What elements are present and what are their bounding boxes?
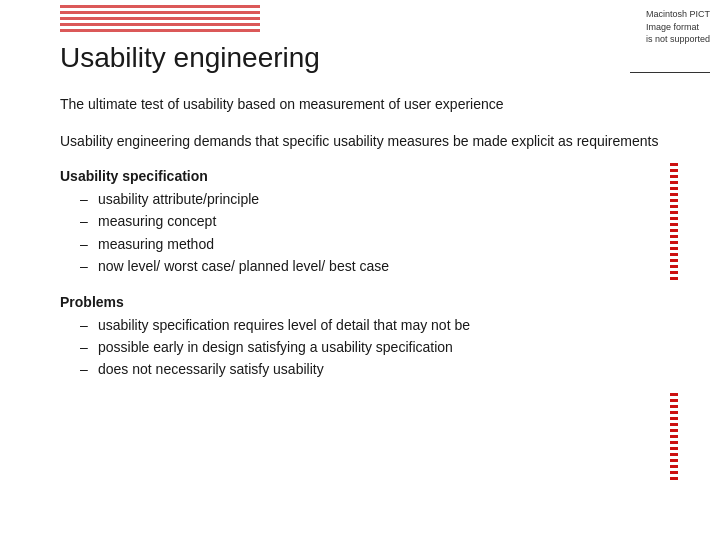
top-banner xyxy=(0,0,720,32)
specification-list: usability attribute/principle measuring … xyxy=(60,188,665,278)
problems-heading: Problems xyxy=(60,294,665,310)
list-item: now level/ worst case/ planned level/ be… xyxy=(80,255,665,277)
demands-text: Usability engineering demands that speci… xyxy=(60,131,665,152)
list-item: does not necessarily satisfy usability xyxy=(80,358,665,380)
banner-stripes xyxy=(60,4,260,32)
right-bracket-2 xyxy=(670,390,678,480)
list-item: usability attribute/principle xyxy=(80,188,665,210)
list-item: measuring method xyxy=(80,233,665,255)
intro-text: The ultimate test of usability based on … xyxy=(60,94,665,115)
pict-line1: Macintosh PICT xyxy=(646,8,710,21)
pict-line2: Image format xyxy=(646,21,710,34)
page-container: Macintosh PICT Image format is not suppo… xyxy=(0,0,720,540)
page-title: Usability engineering xyxy=(60,42,665,74)
list-item: usability specification requires level o… xyxy=(80,314,665,336)
list-item: measuring concept xyxy=(80,210,665,232)
specification-section: Usability specification usability attrib… xyxy=(60,168,665,278)
list-item: possible early in design satisfying a us… xyxy=(80,336,665,358)
problems-list: usability specification requires level o… xyxy=(60,314,665,381)
main-content: Usability engineering The ultimate test … xyxy=(60,42,665,397)
pict-notice: Macintosh PICT Image format is not suppo… xyxy=(646,8,710,46)
specification-heading: Usability specification xyxy=(60,168,665,184)
right-bracket-1 xyxy=(670,160,678,280)
problems-section: Problems usability specification require… xyxy=(60,294,665,381)
